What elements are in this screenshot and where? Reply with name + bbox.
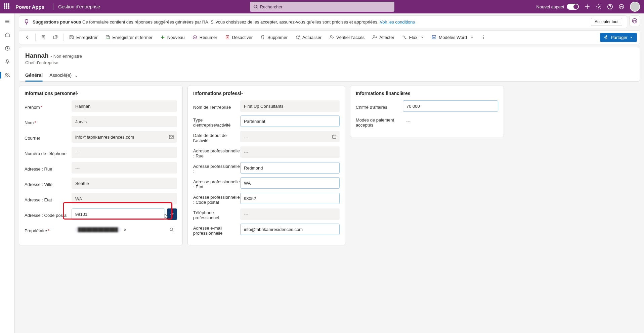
label-postal: Adresse : Code postal xyxy=(25,211,72,218)
svg-rect-18 xyxy=(54,36,56,39)
save-and-close-button[interactable]: Enregistrer et fermer xyxy=(102,33,156,42)
nav-recent[interactable] xyxy=(1,42,13,54)
save-button[interactable]: Enregistrer xyxy=(66,33,101,42)
command-bar: Enregistrer Enregistrer et fermer Nouvea… xyxy=(19,30,640,44)
input-company[interactable]: First Up Consultants xyxy=(240,100,340,112)
waffle-icon[interactable] xyxy=(4,3,11,10)
left-nav-rail xyxy=(0,13,15,333)
input-phone[interactable]: --- xyxy=(72,147,177,158)
input-firstname[interactable]: Hannah xyxy=(72,100,177,112)
summarize-button[interactable]: Résumer xyxy=(189,33,221,42)
input-bstate[interactable]: WA xyxy=(240,177,340,189)
nav-home[interactable] xyxy=(1,29,13,41)
input-street[interactable]: --- xyxy=(72,162,177,174)
label-payment: Modes de paiement acceptés xyxy=(356,115,403,128)
ai-suggestion-bar: Suggestions pour vous Ce formulaire cont… xyxy=(19,15,627,28)
main-content: Suggestions pour vous Ce formulaire cont… xyxy=(15,13,644,333)
environment-name[interactable]: Gestion d'entreprise xyxy=(58,4,100,9)
clear-owner-icon[interactable]: ✕ xyxy=(123,227,127,232)
label-owner: Propriétaire* xyxy=(25,226,72,233)
deactivate-button[interactable]: Désactiver xyxy=(221,33,256,42)
help-icon[interactable] xyxy=(607,4,613,10)
input-bstreet[interactable]: --- xyxy=(240,146,340,158)
copilot-badge[interactable] xyxy=(629,15,640,26)
calendar-icon xyxy=(332,134,337,139)
assign-button[interactable]: Affecter xyxy=(369,33,398,42)
input-bcity[interactable]: Redmond xyxy=(240,162,340,174)
section-title-financial: Informations financières xyxy=(356,91,498,96)
input-city[interactable]: Seattle xyxy=(72,178,177,189)
add-icon[interactable] xyxy=(584,4,590,10)
svg-point-26 xyxy=(373,36,375,37)
tab-general[interactable]: Général xyxy=(25,70,43,81)
header-divider xyxy=(53,3,53,10)
search-icon xyxy=(253,4,258,9)
nav-hamburger[interactable] xyxy=(1,15,13,28)
label-email: Courrier xyxy=(25,134,72,141)
input-start-date[interactable]: --- xyxy=(240,131,340,142)
suggestion-link[interactable]: Voir les conditions xyxy=(380,19,415,25)
form-tabs: Général Associé(e) ⌄ xyxy=(25,70,634,81)
input-bpostal[interactable]: 98052 xyxy=(240,193,340,204)
settings-icon[interactable] xyxy=(596,4,602,10)
record-name: Hannah xyxy=(25,52,49,59)
svg-point-28 xyxy=(483,36,484,36)
suggestion-text: Ce formulaire contient des réponses sugg… xyxy=(82,19,380,25)
input-btype[interactable]: Partenariat xyxy=(240,115,340,127)
nav-pinned[interactable] xyxy=(1,56,13,68)
section-title-professional: Informations professi- xyxy=(193,91,340,96)
input-lastname[interactable]: Jarvis xyxy=(72,116,177,127)
svg-point-25 xyxy=(331,36,332,37)
input-postal[interactable]: 98101 xyxy=(72,208,165,220)
label-phone: Numéro de téléphone xyxy=(25,149,72,156)
chevron-down-icon xyxy=(630,36,633,39)
toggle-switch-icon xyxy=(567,4,579,10)
label-btype: Type d'entreprise/activité xyxy=(193,115,240,128)
svg-line-33 xyxy=(173,231,174,232)
nav-entity[interactable] xyxy=(1,69,13,81)
search-icon[interactable] xyxy=(169,227,174,232)
record-header: Hannah - Non enregistré Chef d'entrepris… xyxy=(19,47,640,82)
input-owner[interactable]: ██████████████ ✕ xyxy=(72,224,177,235)
label-bstreet: Adresse professionnelle : Rue xyxy=(193,146,240,158)
share-button[interactable]: Partager xyxy=(600,33,637,42)
word-templates-button[interactable]: Modèles Word xyxy=(428,33,477,42)
lightbulb-icon xyxy=(24,19,29,25)
check-access-button[interactable]: Vérifier l'accès xyxy=(326,33,368,42)
accept-all-button[interactable]: Accepter tout xyxy=(591,18,622,26)
suggestion-title: Suggestions pour vous xyxy=(33,19,81,25)
owner-pill: ██████████████ xyxy=(75,227,121,233)
input-bphone[interactable]: --- xyxy=(240,208,340,220)
section-title-personal: Informations personnel- xyxy=(25,91,177,96)
check-icon xyxy=(170,212,174,217)
svg-rect-31 xyxy=(169,135,173,139)
svg-point-0 xyxy=(254,5,257,8)
open-new-window-button[interactable] xyxy=(50,33,61,42)
global-search[interactable]: Rechercher xyxy=(250,2,394,12)
svg-rect-34 xyxy=(333,135,336,139)
unsaved-indicator: - Non enregistré xyxy=(51,54,82,59)
refresh-button[interactable]: Actualiser xyxy=(292,33,325,42)
input-revenue[interactable]: 70 000 xyxy=(403,100,498,112)
new-button[interactable]: Nouveau xyxy=(157,33,188,42)
overflow-button[interactable] xyxy=(478,33,489,42)
flow-button[interactable]: Flux xyxy=(398,33,428,42)
section-professional: Informations professi- Nom de l'entrepri… xyxy=(187,86,345,245)
input-payment[interactable]: --- xyxy=(403,115,498,127)
user-avatar[interactable] xyxy=(630,2,640,12)
copilot-header-icon[interactable] xyxy=(618,4,625,10)
input-email[interactable]: info@fabrikamresidences.com xyxy=(72,131,177,143)
svg-point-13 xyxy=(8,74,9,75)
form-body: Informations personnel- Prénom* Hannah N… xyxy=(19,86,640,245)
form-selector-button[interactable] xyxy=(38,33,49,42)
svg-point-32 xyxy=(170,228,173,231)
new-look-toggle[interactable]: Nouvel aspect xyxy=(536,4,579,10)
label-bstate: Adresse professionnelle : État xyxy=(193,177,240,189)
back-button[interactable] xyxy=(22,33,33,42)
svg-line-1 xyxy=(256,8,257,9)
svg-point-30 xyxy=(483,38,484,39)
input-bemail[interactable]: info@fabrikamresidences.com xyxy=(240,224,340,235)
tab-related[interactable]: Associé(e) ⌄ xyxy=(49,70,78,81)
input-state[interactable]: WA xyxy=(72,193,177,204)
delete-button[interactable]: Supprimer xyxy=(257,33,291,42)
